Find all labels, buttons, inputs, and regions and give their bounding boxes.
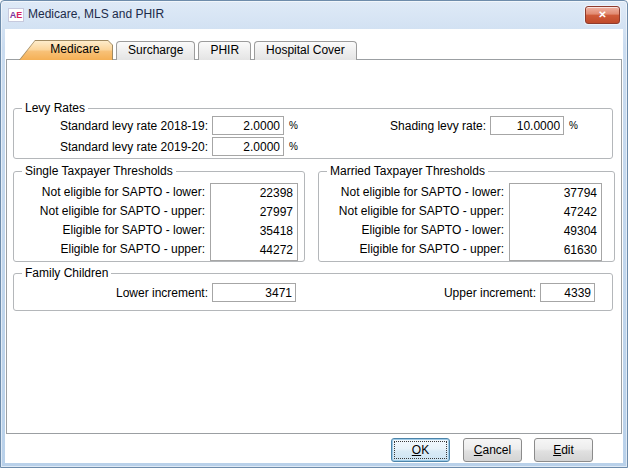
client-area: Medicare Surcharge PHIR Hospital Cover L… <box>5 29 623 463</box>
field-label: Eligible for SAPTO - lower: <box>319 221 509 240</box>
window-title: Medicare, MLS and PHIR <box>28 1 164 29</box>
group-married-taxpayer-thresholds: Married Taxpayer Thresholds Not eligible… <box>318 171 615 262</box>
tab-strip: Medicare Surcharge PHIR Hospital Cover <box>19 40 357 60</box>
ok-button[interactable]: OK <box>391 438 450 462</box>
field-label: Not eligible for SAPTO - lower: <box>319 183 509 202</box>
field-label: Not eligible for SAPTO - upper: <box>319 202 509 221</box>
field-label: Upper increment: <box>444 286 540 300</box>
percent-sign: % <box>569 120 578 131</box>
group-single-taxpayer-thresholds: Single Taxpayer Thresholds Not eligible … <box>13 171 305 262</box>
edit-button-label: dit <box>561 443 574 457</box>
field-label: Not eligible for SAPTO - lower: <box>14 183 210 202</box>
field-label: Eligible for SAPTO - upper: <box>319 240 509 259</box>
field-label: Lower increment: <box>24 286 212 300</box>
cancel-button-label: ancel <box>482 443 511 457</box>
field-label: Standard levy rate 2018-19: <box>24 119 212 133</box>
tab-surcharge[interactable]: Surcharge <box>116 41 195 60</box>
threshold-value-eligible-upper[interactable]: 44272 <box>211 241 297 260</box>
tab-phir[interactable]: PHIR <box>198 41 251 60</box>
lower-increment-input[interactable] <box>212 283 296 302</box>
single-thresholds-box: 22398 27997 35418 44272 <box>210 183 298 261</box>
upper-increment-field: Upper increment: <box>444 283 595 302</box>
field-label: Eligible for SAPTO - lower: <box>14 221 210 240</box>
group-levy-rates: Levy Rates Standard levy rate 2018-19: %… <box>13 108 613 159</box>
tab-hospital-cover[interactable]: Hospital Cover <box>254 41 357 60</box>
tab-page-medicare: Levy Rates Standard levy rate 2018-19: %… <box>6 59 622 434</box>
levy-left-column: Standard levy rate 2018-19: % Standard l… <box>24 116 298 158</box>
edit-button[interactable]: Edit <box>534 438 593 462</box>
tab-medicare-label: Medicare <box>41 40 109 60</box>
cancel-button[interactable]: Cancel <box>463 438 522 462</box>
lower-increment-field: Lower increment: <box>24 283 296 302</box>
field-label: Not eligible for SAPTO - upper: <box>14 202 210 221</box>
married-thresholds-content: Not eligible for SAPTO - lower: Not elig… <box>319 172 614 261</box>
ok-button-mnemonic: O <box>412 443 421 457</box>
percent-sign: % <box>289 120 298 131</box>
group-family-children-title: Family Children <box>22 266 111 281</box>
field-row: Standard levy rate 2019-20: % <box>24 137 298 156</box>
group-married-thresholds-title: Married Taxpayer Thresholds <box>327 164 488 179</box>
field-label: Shading levy rate: <box>390 119 490 133</box>
group-single-thresholds-title: Single Taxpayer Thresholds <box>22 164 176 179</box>
threshold-value-not-eligible-upper[interactable]: 27997 <box>211 203 297 222</box>
threshold-value-not-eligible-upper[interactable]: 47242 <box>510 203 601 222</box>
threshold-value-eligible-lower[interactable]: 49304 <box>510 222 601 241</box>
married-thresholds-box: 37794 47242 49304 61630 <box>509 183 602 261</box>
single-thresholds-content: Not eligible for SAPTO - lower: Not elig… <box>14 172 304 261</box>
threshold-value-not-eligible-lower[interactable]: 37794 <box>510 184 601 203</box>
dialog-window: AE Medicare, MLS and PHIR ✕ Medicare Sur… <box>0 0 628 468</box>
percent-sign: % <box>289 141 298 152</box>
close-button[interactable]: ✕ <box>585 6 620 24</box>
tab-medicare[interactable]: Medicare <box>19 40 113 60</box>
titlebar[interactable]: AE Medicare, MLS and PHIR ✕ <box>1 1 627 29</box>
edit-button-mnemonic: E <box>553 443 561 457</box>
standard-levy-rate-2018-19-input[interactable] <box>212 116 284 135</box>
ok-button-label: K <box>421 443 429 457</box>
group-levy-rates-title: Levy Rates <box>22 101 88 116</box>
single-thresholds-labels: Not eligible for SAPTO - lower: Not elig… <box>14 183 210 261</box>
married-thresholds-labels: Not eligible for SAPTO - lower: Not elig… <box>319 183 509 261</box>
upper-increment-input[interactable] <box>540 283 595 302</box>
threshold-value-not-eligible-lower[interactable]: 22398 <box>211 184 297 203</box>
standard-levy-rate-2019-20-input[interactable] <box>212 137 284 156</box>
close-icon: ✕ <box>598 9 606 20</box>
group-family-children: Family Children Lower increment: Upper i… <box>13 273 613 311</box>
app-icon-letter-e: E <box>16 10 22 20</box>
field-label: Eligible for SAPTO - upper: <box>14 240 210 259</box>
field-label: Standard levy rate 2019-20: <box>24 140 212 154</box>
threshold-value-eligible-lower[interactable]: 35418 <box>211 222 297 241</box>
field-row: Standard levy rate 2018-19: % <box>24 116 298 135</box>
app-icon: AE <box>8 8 24 22</box>
shading-levy-rate-field: Shading levy rate: % <box>390 116 578 135</box>
shading-levy-rate-input[interactable] <box>490 116 564 135</box>
threshold-value-eligible-upper[interactable]: 61630 <box>510 241 601 260</box>
